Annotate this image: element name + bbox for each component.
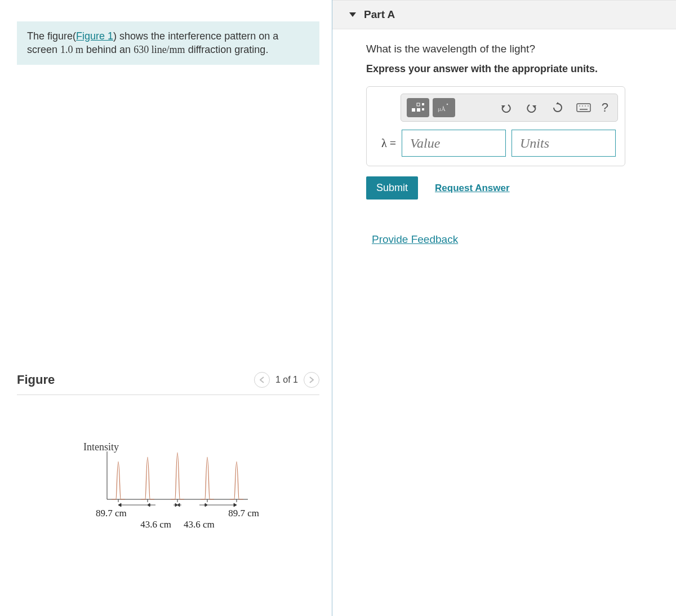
svg-rect-14 (417, 103, 420, 106)
figure-next-button[interactable] (304, 372, 319, 388)
problem-statement: The figure(Figure 1) shows the interfere… (17, 21, 319, 65)
problem-text-prefix: The figure( (27, 30, 76, 42)
collapse-caret-icon (349, 12, 356, 17)
problem-distance: 1.0 m (60, 44, 83, 55)
submit-button[interactable]: Submit (366, 176, 418, 200)
request-answer-link[interactable]: Request Answer (435, 183, 510, 194)
help-button[interactable]: ? (598, 100, 612, 115)
answer-box: μÅ (366, 86, 625, 166)
svg-rect-20 (577, 104, 590, 112)
templates-button[interactable] (407, 98, 429, 117)
svg-rect-16 (422, 103, 424, 105)
provide-feedback-link[interactable]: Provide Feedback (372, 233, 458, 246)
inner-distance-right: 43.6 cm (184, 519, 215, 530)
keyboard-button[interactable] (572, 98, 595, 117)
svg-rect-15 (417, 108, 420, 112)
figure-counter: 1 of 1 (275, 375, 298, 385)
value-input[interactable] (402, 130, 506, 157)
redo-button[interactable] (521, 98, 543, 117)
units-menu-button[interactable]: μÅ (433, 98, 455, 117)
svg-rect-17 (422, 108, 424, 110)
intensity-axis-label: Intensity (83, 441, 119, 453)
units-input[interactable] (512, 130, 616, 157)
part-a-header[interactable]: Part A (332, 0, 676, 29)
problem-grating: 630 line/mm (134, 44, 185, 55)
problem-text-suffix: diffraction grating. (185, 44, 269, 55)
reset-button[interactable] (546, 98, 569, 117)
inner-distance-left: 43.6 cm (140, 519, 171, 530)
answer-instruction: Express your answer with the appropriate… (366, 63, 653, 75)
outer-distance-left: 89.7 cm (96, 508, 127, 519)
question-text: What is the wavelength of the light? (366, 43, 653, 55)
lambda-label: λ = (373, 137, 396, 150)
outer-distance-right: 89.7 cm (228, 508, 259, 519)
undo-button[interactable] (495, 98, 517, 117)
answer-toolbar: μÅ (401, 94, 618, 122)
figure-prev-button[interactable] (254, 372, 270, 388)
svg-rect-13 (412, 108, 415, 112)
svg-text:μÅ: μÅ (438, 105, 446, 112)
part-a-title: Part A (364, 8, 395, 21)
problem-text-mid2: behind an (83, 44, 134, 55)
intensity-plot: Intensity (84, 446, 270, 547)
figure-title: Figure (17, 373, 55, 387)
figure-link[interactable]: Figure 1 (76, 30, 113, 42)
svg-point-19 (447, 104, 448, 105)
